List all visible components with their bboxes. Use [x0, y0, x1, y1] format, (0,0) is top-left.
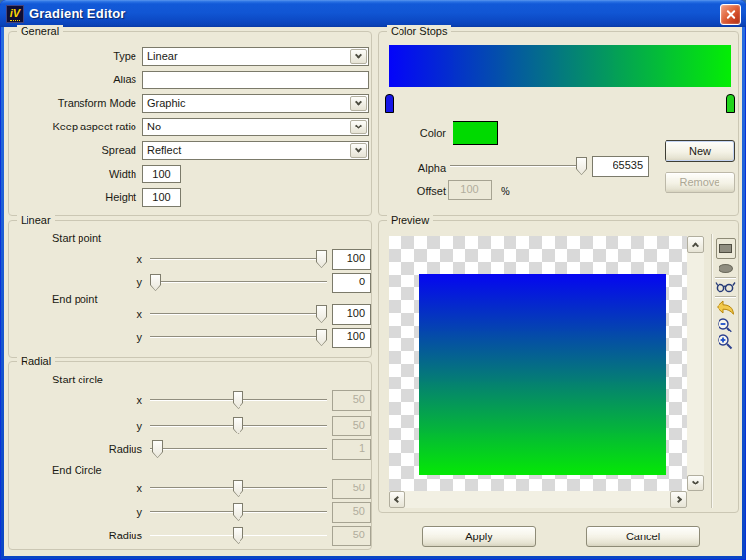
- window-title: Gradient Editor: [29, 6, 126, 21]
- color-stops-group-label: Color Stops: [387, 25, 451, 37]
- spread-dropdown-button[interactable]: [350, 143, 367, 158]
- cancel-button[interactable]: Cancel: [586, 526, 700, 547]
- alias-field[interactable]: [142, 71, 369, 89]
- radial-end-x-field: 50: [332, 479, 371, 499]
- dialog-client-area: General Type Linear Alias Transform Mode…: [4, 27, 742, 556]
- scroll-left-button[interactable]: [389, 491, 405, 508]
- radial-start-y-field: 50: [332, 416, 371, 436]
- start-circle-label: Start circle: [52, 374, 103, 385]
- transform-dropdown-button[interactable]: [350, 96, 367, 111]
- radial-start-x-slider[interactable]: [150, 391, 327, 410]
- transform-mode-label: Transform Mode: [9, 97, 136, 109]
- slider-thumb[interactable]: [233, 417, 243, 435]
- radial-group-label: Radial: [17, 355, 55, 367]
- slider-thumb[interactable]: [233, 391, 243, 410]
- linear-end-x-field[interactable]: 100: [332, 304, 371, 325]
- view-glasses-icon[interactable]: [715, 280, 736, 293]
- radial-end-x-label: x: [9, 483, 142, 494]
- start-point-label: Start point: [52, 232, 101, 244]
- undo-icon[interactable]: [716, 300, 735, 315]
- linear-group-label: Linear: [17, 214, 55, 226]
- radial-start-radius-label: Radius: [9, 443, 142, 455]
- width-label: Width: [9, 168, 136, 179]
- gradient-stops-bar[interactable]: [389, 45, 731, 87]
- slider-thumb[interactable]: [150, 274, 161, 292]
- transform-mode-value: Graphic: [147, 97, 186, 109]
- transform-mode-select[interactable]: Graphic: [142, 94, 369, 113]
- slider-thumb[interactable]: [316, 250, 327, 269]
- color-swatch[interactable]: [453, 121, 498, 145]
- keep-aspect-value: No: [147, 121, 161, 132]
- radial-end-radius-field: 50: [332, 526, 371, 546]
- ellipse-tool-button[interactable]: [719, 264, 733, 273]
- radial-start-x-label: x: [9, 394, 142, 406]
- app-icon: iV: [6, 5, 24, 23]
- linear-end-y-field[interactable]: 100: [332, 328, 371, 348]
- chevron-up-icon: [692, 242, 699, 249]
- new-stop-button[interactable]: New: [665, 140, 735, 162]
- zoom-out-icon[interactable]: [717, 317, 733, 333]
- linear-start-y-field[interactable]: 0: [332, 273, 371, 293]
- alpha-slider[interactable]: [450, 157, 587, 176]
- color-stops-group: Color Stops Color Alpha 65535 Offset 100…: [378, 31, 739, 216]
- radial-group: Radial Start circle x 50 y 50 Radius 1 E…: [8, 361, 372, 550]
- toolbar-separator: [715, 296, 736, 297]
- type-select[interactable]: Linear: [142, 47, 369, 66]
- radial-start-radius-slider[interactable]: [150, 440, 327, 459]
- slider-thumb[interactable]: [233, 503, 243, 522]
- width-field[interactable]: 100: [142, 165, 181, 183]
- radial-start-y-label: y: [9, 420, 142, 432]
- slider-thumb[interactable]: [233, 527, 243, 545]
- linear-start-x-slider[interactable]: [150, 250, 327, 269]
- close-button[interactable]: [720, 4, 741, 25]
- type-label: Type: [9, 50, 136, 62]
- linear-end-x-slider[interactable]: [150, 305, 327, 324]
- chevron-down-icon: [355, 123, 362, 129]
- alpha-field[interactable]: 65535: [592, 156, 649, 177]
- radial-start-y-slider[interactable]: [150, 417, 327, 435]
- radial-end-y-field: 50: [332, 502, 371, 523]
- apply-button[interactable]: Apply: [422, 526, 536, 547]
- type-dropdown-button[interactable]: [350, 49, 367, 64]
- spread-select[interactable]: Reflect: [142, 141, 369, 160]
- linear-start-y-label: y: [9, 277, 142, 288]
- height-field[interactable]: 100: [142, 188, 181, 207]
- stop-marker-green[interactable]: [726, 94, 735, 113]
- slider-thumb[interactable]: [316, 329, 327, 347]
- scroll-down-button[interactable]: [687, 475, 704, 491]
- aspect-dropdown-button[interactable]: [350, 120, 367, 134]
- radial-end-radius-slider[interactable]: [150, 527, 327, 545]
- alias-label: Alias: [9, 74, 136, 85]
- stop-marker-blue[interactable]: [385, 94, 394, 113]
- keep-aspect-label: Keep aspect ratio: [9, 121, 136, 132]
- scroll-right-button[interactable]: [670, 491, 687, 508]
- slider-thumb[interactable]: [152, 440, 163, 459]
- title-bar[interactable]: iV Gradient Editor: [0, 0, 746, 27]
- preview-canvas[interactable]: [389, 236, 687, 491]
- offset-unit-label: %: [501, 185, 510, 197]
- horizontal-scrollbar[interactable]: [389, 491, 687, 508]
- slider-thumb[interactable]: [576, 157, 587, 176]
- preview-group: Preview: [378, 220, 739, 513]
- chevron-right-icon: [675, 496, 682, 503]
- offset-field: 100: [448, 180, 492, 200]
- end-circle-label: End Circle: [52, 464, 102, 476]
- radial-end-x-slider[interactable]: [150, 480, 327, 498]
- alpha-label: Alpha: [379, 162, 446, 174]
- radial-start-x-field: 50: [332, 390, 371, 411]
- keep-aspect-select[interactable]: No: [142, 118, 369, 136]
- linear-start-y-slider[interactable]: [150, 274, 327, 292]
- scroll-up-button[interactable]: [687, 236, 704, 253]
- linear-start-x-field[interactable]: 100: [332, 249, 371, 270]
- offset-label: Offset: [379, 185, 446, 197]
- chevron-left-icon: [394, 496, 400, 503]
- rectangle-tool-button[interactable]: [716, 238, 736, 259]
- linear-end-y-slider[interactable]: [150, 329, 327, 347]
- slider-thumb[interactable]: [233, 480, 243, 498]
- general-group-label: General: [17, 25, 63, 37]
- vertical-scrollbar[interactable]: [687, 236, 704, 491]
- height-label: Height: [9, 191, 136, 203]
- zoom-in-icon[interactable]: [717, 333, 733, 350]
- radial-end-y-slider[interactable]: [150, 503, 327, 522]
- slider-thumb[interactable]: [316, 305, 327, 324]
